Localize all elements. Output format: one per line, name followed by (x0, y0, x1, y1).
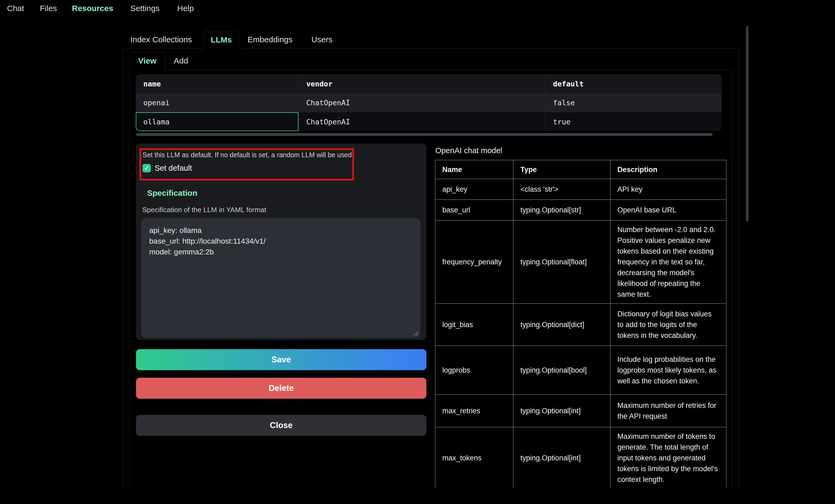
tab-users[interactable]: Users (311, 30, 332, 48)
llm-col-name: name (136, 74, 299, 93)
llm-cell-name-selected[interactable]: ollama (136, 112, 299, 131)
table-row: max_tokens typing.Optional[int] Maximum … (435, 427, 727, 488)
close-button[interactable]: Close (136, 415, 426, 436)
llm-cell-default[interactable]: true (545, 112, 721, 131)
specification-heading: Specification (147, 188, 198, 197)
param-name: max_tokens (435, 427, 513, 488)
param-name: base_url (435, 200, 513, 220)
param-name: frequency_penalty (435, 220, 513, 304)
param-description: Maximum number of tokens to generate. Th… (610, 427, 727, 488)
table-row: max_retries typing.Optional[int] Maximum… (435, 395, 727, 427)
model-info-table: Name Type Description api_key <class 'st… (435, 160, 727, 488)
param-description: Include log probabilities on the logprob… (610, 346, 727, 395)
param-type: typing.Optional[float] (513, 220, 610, 304)
param-name: logprobs (435, 346, 513, 395)
model-info-table-container: Name Type Description api_key <class 'st… (435, 160, 727, 488)
param-name: max_retries (435, 395, 513, 427)
table-row: logprobs typing.Optional[bool] Include l… (435, 346, 727, 395)
param-type: typing.Optional[int] (513, 395, 610, 427)
table-row: logit_bias typing.Optional[dict] Diction… (435, 304, 727, 346)
tab-embeddings[interactable]: Embeddings (247, 30, 292, 48)
param-type: <class 'str'> (513, 179, 610, 200)
nav-item-chat[interactable]: Chat (7, 3, 24, 14)
llm-cell-name-text: ollama (143, 118, 170, 126)
param-description: Maximum number of retries for the API re… (610, 395, 727, 427)
param-type: typing.Optional[dict] (513, 304, 610, 346)
param-description: API key (610, 179, 727, 200)
set-default-help-text: Set this LLM as default. If no default i… (142, 151, 354, 159)
table-row: base_url typing.Optional[str] OpenAI bas… (435, 200, 727, 220)
nav-item-settings[interactable]: Settings (130, 3, 160, 14)
param-description: Number between -2.0 and 2.0. Positive va… (610, 220, 727, 304)
llm-cell-vendor[interactable]: ChatOpenAI (299, 112, 545, 131)
set-default-checkbox[interactable]: ✓ (142, 164, 151, 172)
param-name: logit_bias (435, 304, 513, 346)
tab-llms[interactable]: LLMs (203, 31, 239, 49)
param-type: typing.Optional[str] (513, 200, 610, 220)
app-root: Chat Files Resources Settings Help Index… (0, 0, 835, 504)
nav-item-resources[interactable]: Resources (72, 3, 113, 14)
llm-table: name vendor default openai ChatOpenAI fa… (136, 74, 721, 131)
llm-cell-default[interactable]: false (545, 93, 721, 112)
table-row: api_key <class 'str'> API key (435, 179, 727, 200)
llm-cell-vendor[interactable]: ChatOpenAI (299, 93, 545, 112)
llm-row-ollama[interactable]: ollama ChatOpenAI true (136, 112, 721, 131)
save-button[interactable]: Save (136, 349, 426, 370)
table-row: frequency_penalty typing.Optional[float]… (435, 220, 727, 304)
param-type: typing.Optional[int] (513, 427, 610, 488)
model-table-header: Name Type Description (435, 160, 727, 179)
delete-button[interactable]: Delete (136, 378, 426, 399)
model-info-title: OpenAI chat model (435, 146, 502, 155)
set-default-label: Set default (155, 163, 192, 173)
subtab-view[interactable]: View (129, 52, 165, 70)
param-description: Dictionary of logit bias values to add t… (610, 304, 727, 346)
model-col-type: Type (513, 160, 610, 179)
checkmark-icon: ✓ (144, 165, 149, 172)
llm-col-default: default (545, 74, 721, 93)
model-col-description: Description (610, 160, 727, 179)
llm-cell-name[interactable]: openai (136, 93, 299, 112)
param-description: OpenAI base URL (610, 200, 727, 220)
tab-index-collections[interactable]: Index Collections (130, 30, 192, 48)
llm-col-vendor: vendor (299, 74, 545, 93)
vertical-scrollbar-thumb[interactable] (746, 26, 749, 222)
nav-item-help[interactable]: Help (177, 3, 194, 14)
model-col-name: Name (435, 160, 513, 179)
textarea-resize-handle-icon[interactable] (413, 330, 419, 337)
param-type: typing.Optional[bool] (513, 346, 610, 395)
yaml-specification-input[interactable]: api_key: ollama base_url: http://localho… (141, 218, 421, 338)
horizontal-scrollbar-thumb[interactable] (136, 133, 712, 136)
llm-table-header: name vendor default (136, 74, 721, 93)
nav-item-files[interactable]: Files (40, 3, 57, 14)
specification-help-text: Specification of the LLM in YAML format (142, 206, 266, 214)
param-name: api_key (435, 179, 513, 200)
llm-row-openai[interactable]: openai ChatOpenAI false (136, 93, 721, 112)
